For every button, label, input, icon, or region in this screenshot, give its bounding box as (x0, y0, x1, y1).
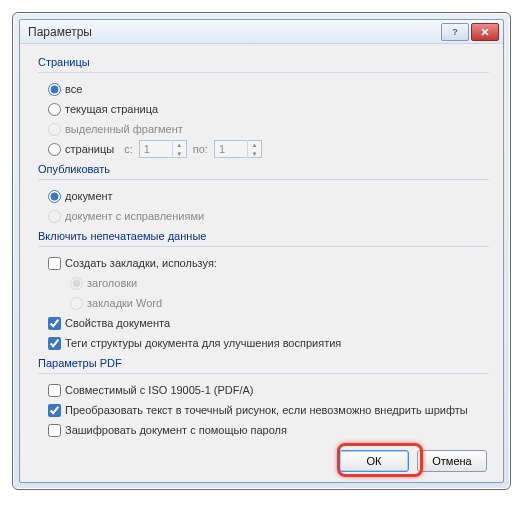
range-to-value: 1 (215, 143, 247, 155)
radio-word-bookmarks-label: закладки Word (87, 297, 162, 309)
check-encrypt[interactable] (48, 424, 61, 437)
check-bookmarks-label: Создать закладки, используя: (65, 257, 217, 269)
radio-current-page-row[interactable]: текущая страница (48, 99, 489, 119)
cancel-button[interactable]: Отмена (417, 450, 487, 472)
radio-all-pages-label: все (65, 83, 82, 95)
check-tags-row[interactable]: Теги структуры документа для улучшения в… (48, 333, 489, 353)
titlebar: Параметры ? (20, 20, 503, 44)
check-bitmap-label: Преобразовать текст в точечный рисунок, … (65, 404, 468, 416)
radio-markup (48, 210, 61, 223)
radio-range-label: страницы (65, 143, 114, 155)
group-nonprint-label: Включить непечатаемые данные (38, 230, 489, 242)
radio-headings (70, 277, 83, 290)
radio-document-label: документ (65, 190, 113, 202)
radio-word-bookmarks-row: закладки Word (70, 293, 489, 313)
help-button[interactable]: ? (441, 23, 469, 41)
window-title: Параметры (28, 25, 441, 39)
radio-headings-label: заголовки (87, 277, 137, 289)
spinner-up-icon[interactable]: ▲ (173, 140, 186, 149)
check-iso[interactable] (48, 384, 61, 397)
check-iso-row[interactable]: Совместимый с ISO 19005-1 (PDF/A) (48, 380, 489, 400)
radio-current-page[interactable] (48, 103, 61, 116)
check-tags-label: Теги структуры документа для улучшения в… (65, 337, 341, 349)
group-pdf-label: Параметры PDF (38, 357, 489, 369)
radio-selection (48, 123, 61, 136)
check-props-label: Свойства документа (65, 317, 170, 329)
radio-all-pages[interactable] (48, 83, 61, 96)
range-from-spinner[interactable]: 1 ▲▼ (139, 140, 187, 158)
check-bookmarks-row[interactable]: Создать закладки, используя: (48, 253, 489, 273)
check-tags[interactable] (48, 337, 61, 350)
spinner-up-icon[interactable]: ▲ (248, 140, 261, 149)
range-from-value: 1 (140, 143, 172, 155)
ok-button[interactable]: ОК (339, 450, 409, 472)
check-iso-label: Совместимый с ISO 19005-1 (PDF/A) (65, 384, 254, 396)
range-from-label: с: (124, 143, 133, 155)
range-to-label: по: (193, 143, 208, 155)
radio-range[interactable] (48, 143, 61, 156)
radio-document-row[interactable]: документ (48, 186, 489, 206)
check-bookmarks[interactable] (48, 257, 61, 270)
check-encrypt-label: Зашифровать документ с помощью пароля (65, 424, 287, 436)
close-button[interactable] (471, 23, 499, 41)
radio-markup-label: документ с исправлениями (65, 210, 204, 222)
spinner-down-icon[interactable]: ▼ (173, 149, 186, 158)
group-pages-label: Страницы (38, 56, 489, 68)
radio-all-pages-row[interactable]: все (48, 79, 489, 99)
radio-word-bookmarks (70, 297, 83, 310)
check-bitmap-row[interactable]: Преобразовать текст в точечный рисунок, … (48, 400, 489, 420)
radio-headings-row: заголовки (70, 273, 489, 293)
check-props-row[interactable]: Свойства документа (48, 313, 489, 333)
range-to-spinner[interactable]: 1 ▲▼ (214, 140, 262, 158)
check-props[interactable] (48, 317, 61, 330)
svg-text:?: ? (452, 27, 458, 37)
spinner-down-icon[interactable]: ▼ (248, 149, 261, 158)
radio-selection-row: выделенный фрагмент (48, 119, 489, 139)
check-encrypt-row[interactable]: Зашифровать документ с помощью пароля (48, 420, 489, 440)
radio-current-page-label: текущая страница (65, 103, 158, 115)
radio-markup-row: документ с исправлениями (48, 206, 489, 226)
radio-range-row[interactable]: страницы с: 1 ▲▼ по: 1 ▲▼ (48, 139, 489, 159)
check-bitmap[interactable] (48, 404, 61, 417)
radio-selection-label: выделенный фрагмент (65, 123, 183, 135)
group-publish-label: Опубликовать (38, 163, 489, 175)
options-dialog: Параметры ? Страницы все текущая страниц… (19, 19, 504, 483)
radio-document[interactable] (48, 190, 61, 203)
